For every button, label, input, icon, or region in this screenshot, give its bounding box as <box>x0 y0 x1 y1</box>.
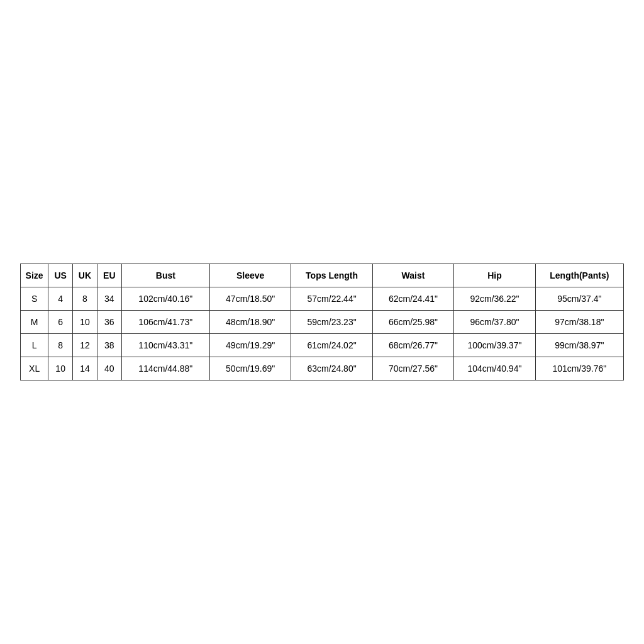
cell-pants_length: 101cm/39.76" <box>535 357 623 380</box>
cell-bust: 114cm/44.88" <box>121 357 209 380</box>
cell-sleeve: 48cm/18.90" <box>209 311 291 334</box>
header-uk: UK <box>73 264 97 287</box>
cell-size: L <box>21 334 48 357</box>
cell-tops_length: 61cm/24.02" <box>291 334 372 357</box>
cell-waist: 70cm/27.56" <box>372 357 453 380</box>
cell-bust: 102cm/40.16" <box>121 287 209 311</box>
cell-waist: 68cm/26.77" <box>372 334 453 357</box>
header-hip: Hip <box>454 264 535 287</box>
cell-waist: 62cm/24.41" <box>372 287 453 311</box>
cell-sleeve: 47cm/18.50" <box>209 287 291 311</box>
cell-size: M <box>21 311 48 334</box>
cell-hip: 100cm/39.37" <box>454 334 535 357</box>
header-tops-length: Tops Length <box>291 264 372 287</box>
cell-uk: 8 <box>73 287 97 311</box>
header-us: US <box>48 264 73 287</box>
cell-pants_length: 95cm/37.4" <box>535 287 623 311</box>
table-header-row: Size US UK EU Bust Sleeve Tops Length Wa… <box>21 264 624 287</box>
cell-eu: 36 <box>97 311 121 334</box>
header-pants-length: Length(Pants) <box>535 264 623 287</box>
cell-size: XL <box>21 357 48 380</box>
cell-uk: 10 <box>73 311 97 334</box>
cell-pants_length: 97cm/38.18" <box>535 311 623 334</box>
cell-eu: 34 <box>97 287 121 311</box>
header-waist: Waist <box>372 264 453 287</box>
cell-hip: 96cm/37.80" <box>454 311 535 334</box>
cell-us: 6 <box>48 311 73 334</box>
cell-eu: 40 <box>97 357 121 380</box>
cell-us: 10 <box>48 357 73 380</box>
table-row: M61036106cm/41.73"48cm/18.90"59cm/23.23"… <box>21 311 624 334</box>
header-bust: Bust <box>121 264 209 287</box>
cell-pants_length: 99cm/38.97" <box>535 334 623 357</box>
cell-hip: 92cm/36.22" <box>454 287 535 311</box>
cell-size: S <box>21 287 48 311</box>
cell-bust: 106cm/41.73" <box>121 311 209 334</box>
header-size: Size <box>21 264 48 287</box>
cell-sleeve: 50cm/19.69" <box>209 357 291 380</box>
cell-bust: 110cm/43.31" <box>121 334 209 357</box>
table-row: XL101440114cm/44.88"50cm/19.69"63cm/24.8… <box>21 357 624 380</box>
table-row: L81238110cm/43.31"49cm/19.29"61cm/24.02"… <box>21 334 624 357</box>
cell-uk: 14 <box>73 357 97 380</box>
cell-hip: 104cm/40.94" <box>454 357 535 380</box>
size-chart-table: Size US UK EU Bust Sleeve Tops Length Wa… <box>20 264 624 380</box>
table-row: S4834102cm/40.16"47cm/18.50"57cm/22.44"6… <box>21 287 624 311</box>
cell-tops_length: 57cm/22.44" <box>291 287 372 311</box>
header-sleeve: Sleeve <box>209 264 291 287</box>
cell-uk: 12 <box>73 334 97 357</box>
cell-tops_length: 63cm/24.80" <box>291 357 372 380</box>
cell-eu: 38 <box>97 334 121 357</box>
header-eu: EU <box>97 264 121 287</box>
cell-us: 4 <box>48 287 73 311</box>
cell-us: 8 <box>48 334 73 357</box>
size-chart-container: Size US UK EU Bust Sleeve Tops Length Wa… <box>20 264 624 380</box>
cell-sleeve: 49cm/19.29" <box>209 334 291 357</box>
cell-waist: 66cm/25.98" <box>372 311 453 334</box>
cell-tops_length: 59cm/23.23" <box>291 311 372 334</box>
